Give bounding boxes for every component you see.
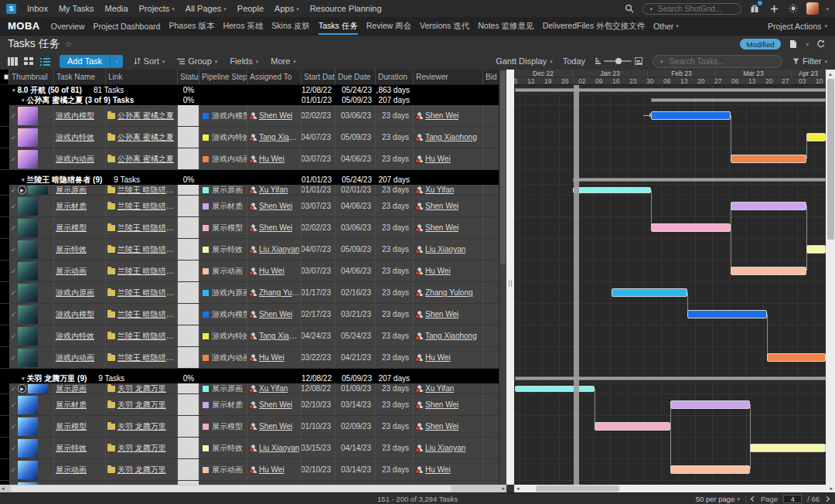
column-header-start-date[interactable]: Start Date [302, 70, 336, 85]
group-label[interactable]: ▾关羽 龙腾万里 (9)9 Tasks [9, 373, 178, 383]
next-page-icon[interactable] [824, 495, 830, 501]
task-search[interactable]: ▾ [653, 55, 782, 68]
project-name[interactable]: MOBA [8, 20, 40, 32]
group-row-8-0-50-of-81[interactable]: ▾8.0 开航 (50 of 81)81 Tasks0%12/08/2205/2… [0, 85, 499, 95]
user-avatar[interactable] [806, 2, 819, 15]
task-thumbnail[interactable] [18, 349, 38, 367]
thumbnail-cell[interactable]: ✓ [9, 282, 54, 303]
nav-item-inbox[interactable]: Inbox [27, 4, 48, 13]
table-select-all-gutter[interactable] [0, 70, 9, 85]
task-row[interactable]: ✓▶展示原画关羽 龙腾万里-展示原画Xu Yifan12/08/2201/09/… [0, 383, 499, 394]
scroll-left-icon[interactable]: ◂ [2, 485, 5, 492]
table-horizontal-scrollbar[interactable]: ◂ ▸ [0, 485, 506, 492]
entity-link[interactable]: 兰陵王 暗隐猎兽者 [118, 223, 177, 233]
scroll-left-icon[interactable]: ◂ [516, 485, 520, 492]
entity-link[interactable]: 关羽 龙腾万里 [118, 465, 166, 475]
task-name-link[interactable]: 展示动画 [56, 465, 87, 475]
assigned-to-link[interactable]: Shen Wei [259, 202, 292, 210]
reviewer-link[interactable]: Shen Wei [425, 202, 458, 210]
task-name-link[interactable]: 展示材质 [56, 400, 87, 410]
status-cell[interactable]: - [178, 383, 199, 393]
reviewer-link[interactable]: Shen Wei [425, 422, 458, 431]
gantt-vertical-scrollbar[interactable]: ▲ [826, 70, 835, 485]
group-label[interactable]: ▾兰陵王 暗隐猎兽者 (9)9 Tasks [9, 175, 178, 185]
gantt-task-bar-item[interactable] [612, 288, 687, 297]
global-search-input[interactable] [656, 4, 734, 14]
group-collapse-icon[interactable]: ▾ [12, 87, 15, 93]
reviewer-link[interactable]: Hu Wei [425, 465, 451, 474]
assigned-to-link[interactable]: Xu Yifan [259, 384, 288, 393]
thumbnail-view-icon[interactable] [24, 57, 34, 66]
reviewer-link[interactable]: Liu Xiaoyan [425, 245, 465, 254]
entity-link[interactable]: 公孙离 蜜橘之夏 [118, 111, 174, 121]
task-thumbnail[interactable] [18, 219, 38, 237]
thumbnail-cell[interactable]: ✓ [9, 394, 54, 415]
status-cell[interactable]: - [178, 304, 199, 325]
entity-link[interactable]: 关羽 龙腾万里 [118, 383, 166, 393]
task-thumbnail[interactable] [18, 262, 38, 281]
tab-project-dashboard[interactable]: Project Dashboard [93, 17, 160, 35]
task-row[interactable]: ✓展示材质兰陵王 暗隐猎兽者-展示材质Shen Wei03/07/2304/06… [0, 196, 499, 217]
per-page-selector[interactable]: 50 per page▾ [696, 495, 740, 503]
task-thumbnail[interactable] [18, 439, 38, 458]
pane-splitter[interactable] [506, 70, 514, 485]
thumbnail-cell[interactable]: ✓▶ [9, 185, 54, 195]
task-search-input[interactable] [668, 56, 775, 66]
thumbnail-cell[interactable]: ✓ [9, 105, 54, 126]
group-button[interactable]: Group▾ [177, 56, 217, 66]
group-collapse-icon[interactable]: ▾ [22, 177, 25, 182]
tab-overview[interactable]: Overview [51, 17, 85, 35]
tab-tasks[interactable]: Tasks 任务 [319, 17, 358, 35]
assigned-to-link[interactable]: Shen Wei [259, 111, 292, 120]
entity-link[interactable]: 兰陵王 暗隐猎兽者 [118, 331, 177, 342]
chevron-down-icon[interactable]: ▾ [649, 6, 653, 12]
gantt-task-bar-item[interactable] [595, 422, 670, 431]
status-cell[interactable]: - [178, 394, 199, 415]
nav-item-apps[interactable]: Apps▾ [274, 4, 299, 13]
gantt-task-bar-item[interactable] [651, 111, 731, 120]
gantt-vscroll-thumb[interactable] [827, 79, 834, 240]
table-hscroll-thumb[interactable] [11, 485, 452, 492]
page-doc-chevron-icon[interactable]: ▾ [806, 42, 809, 47]
entity-link[interactable]: 兰陵王 暗隐猎兽者 [118, 352, 177, 363]
filter-button[interactable]: Filter▾ [792, 56, 827, 66]
gantt-task-bar-item[interactable] [750, 444, 825, 452]
gantt-summary-bar[interactable] [573, 178, 826, 182]
sort-button[interactable]: Sort▾ [134, 56, 165, 66]
thumbnail-cell[interactable]: ✓ [9, 325, 54, 346]
fields-button[interactable]: Fields▾ [230, 56, 258, 66]
task-row[interactable]: ✓游戏内动画兰陵王 暗隐猎兽者-游戏内动画Hu Wei03/22/2304/21… [0, 347, 499, 369]
task-row[interactable]: ✓展示特效兰陵王 暗隐猎兽者-展示特效Liu Xiaoyan04/07/2305… [0, 239, 499, 261]
table-vscroll-thumb[interactable] [500, 71, 506, 264]
tab-phases[interactable]: Phases 版本 [169, 17, 214, 35]
task-name-link[interactable]: 游戏内特效 [56, 132, 94, 143]
assigned-to-link[interactable]: Liu Xiaoyan [259, 245, 299, 254]
play-icon[interactable]: ▶ [18, 384, 26, 393]
task-row[interactable]: ✓游戏内模型兰陵王 暗隐猎兽者-游戏内模型Shen Wei02/17/2303/… [0, 304, 499, 325]
play-icon[interactable]: ▶ [18, 186, 26, 194]
nav-item-resource-planning[interactable]: Resource Planning [310, 4, 382, 13]
spreadsheet-view-icon[interactable] [8, 57, 18, 66]
reviewer-link[interactable]: Shen Wei [425, 223, 458, 232]
gantt-zoom-slider[interactable] [604, 60, 632, 62]
column-header-pipeline-step[interactable]: Pipeline Step [199, 70, 247, 85]
entity-link[interactable]: 关羽 龙腾万里 [118, 400, 166, 410]
task-name-link[interactable]: 展示动画 [56, 266, 87, 277]
task-thumbnail[interactable] [18, 128, 38, 147]
task-row[interactable]: ✓游戏内模型公孙离 蜜橘之夏-游戏内模型Shen Wei02/02/2303/0… [0, 105, 499, 127]
gantt-task-bar-item[interactable] [767, 353, 826, 362]
group-row-9[interactable]: ▾关羽 龙腾万里 (9)9 Tasks0%12/08/2205/09/23207… [0, 373, 499, 383]
tab-skins[interactable]: Skins 皮肤 [271, 17, 310, 35]
table-vertical-scrollbar[interactable] [499, 70, 506, 485]
assigned-to-link[interactable]: Shen Wei [259, 310, 292, 318]
task-name-link[interactable]: 游戏内模型 [56, 309, 94, 320]
task-name-link[interactable]: 展示特效 [56, 443, 87, 454]
entity-link[interactable]: 兰陵王 暗隐猎兽者 [118, 266, 177, 277]
task-row[interactable]: ✓展示材质关羽 龙腾万里-展示材质Shen Wei02/10/2303/14/2… [0, 394, 499, 416]
tab-heros[interactable]: Heros 英雄 [223, 17, 263, 35]
reviewer-link[interactable]: Shen Wei [425, 310, 458, 318]
column-header-bid[interactable]: Bid [483, 70, 499, 85]
gantt-task-bar-item[interactable] [687, 310, 768, 318]
task-search-chevron-icon[interactable]: ▾ [660, 59, 663, 64]
task-row[interactable]: ✓展示特效关羽 龙腾万里-展示特效Liu Xiaoyan03/15/2304/1… [0, 438, 499, 459]
